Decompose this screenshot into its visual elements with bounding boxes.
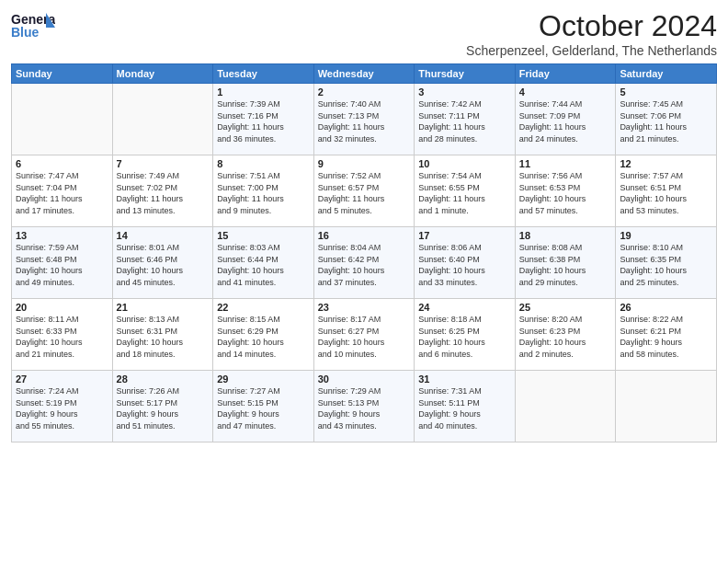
day-of-week-header: Sunday	[12, 64, 113, 84]
calendar-cell: 27Sunrise: 7:24 AM Sunset: 5:19 PM Dayli…	[12, 371, 113, 442]
day-number: 23	[318, 302, 411, 313]
calendar-cell: 5Sunrise: 7:45 AM Sunset: 7:06 PM Daylig…	[616, 84, 717, 155]
calendar-cell: 28Sunrise: 7:26 AM Sunset: 5:17 PM Dayli…	[112, 371, 213, 442]
calendar-cell: 4Sunrise: 7:44 AM Sunset: 7:09 PM Daylig…	[515, 84, 616, 155]
day-of-week-header: Tuesday	[213, 64, 314, 84]
day-info: Sunrise: 8:17 AM Sunset: 6:27 PM Dayligh…	[318, 314, 411, 360]
day-info: Sunrise: 7:49 AM Sunset: 7:02 PM Dayligh…	[117, 170, 210, 216]
day-number: 31	[418, 373, 511, 385]
day-info: Sunrise: 8:18 AM Sunset: 6:25 PM Dayligh…	[418, 314, 511, 360]
day-info: Sunrise: 7:39 AM Sunset: 7:16 PM Dayligh…	[217, 98, 310, 144]
calendar-cell: 13Sunrise: 7:59 AM Sunset: 6:48 PM Dayli…	[12, 227, 113, 299]
svg-text:Blue: Blue	[11, 25, 40, 40]
calendar-cell: 15Sunrise: 8:03 AM Sunset: 6:44 PM Dayli…	[213, 227, 314, 299]
day-info: Sunrise: 7:52 AM Sunset: 6:57 PM Dayligh…	[318, 170, 411, 216]
calendar-cell: 10Sunrise: 7:54 AM Sunset: 6:55 PM Dayli…	[415, 155, 516, 227]
calendar-cell	[616, 371, 717, 442]
day-number: 8	[217, 158, 310, 169]
day-number: 7	[117, 158, 210, 169]
day-number: 14	[117, 230, 210, 241]
calendar-cell: 12Sunrise: 7:57 AM Sunset: 6:51 PM Dayli…	[616, 155, 717, 227]
days-of-week-row: SundayMondayTuesdayWednesdayThursdayFrid…	[12, 64, 717, 84]
day-info: Sunrise: 7:44 AM Sunset: 7:09 PM Dayligh…	[519, 98, 612, 144]
day-info: Sunrise: 7:24 AM Sunset: 5:19 PM Dayligh…	[16, 385, 108, 431]
day-of-week-header: Monday	[112, 64, 213, 84]
day-info: Sunrise: 7:26 AM Sunset: 5:17 PM Dayligh…	[117, 385, 210, 431]
day-info: Sunrise: 8:01 AM Sunset: 6:46 PM Dayligh…	[117, 242, 210, 288]
calendar-page: General Blue October 2024 Scherpenzeel, …	[0, 0, 728, 563]
day-info: Sunrise: 7:47 AM Sunset: 7:04 PM Dayligh…	[16, 170, 108, 216]
day-info: Sunrise: 8:20 AM Sunset: 6:23 PM Dayligh…	[519, 314, 612, 360]
calendar-cell: 11Sunrise: 7:56 AM Sunset: 6:53 PM Dayli…	[515, 155, 616, 227]
calendar-cell: 18Sunrise: 8:08 AM Sunset: 6:38 PM Dayli…	[515, 227, 616, 299]
day-number: 16	[318, 230, 411, 241]
calendar-week-row: 20Sunrise: 8:11 AM Sunset: 6:33 PM Dayli…	[12, 299, 717, 371]
day-info: Sunrise: 7:40 AM Sunset: 7:13 PM Dayligh…	[318, 98, 411, 144]
calendar-cell: 31Sunrise: 7:31 AM Sunset: 5:11 PM Dayli…	[415, 371, 516, 442]
day-number: 10	[418, 158, 511, 169]
day-number: 21	[117, 302, 210, 313]
day-info: Sunrise: 8:11 AM Sunset: 6:33 PM Dayligh…	[16, 314, 108, 360]
day-info: Sunrise: 8:08 AM Sunset: 6:38 PM Dayligh…	[519, 242, 612, 288]
day-of-week-header: Thursday	[415, 64, 516, 84]
day-info: Sunrise: 7:57 AM Sunset: 6:51 PM Dayligh…	[620, 170, 712, 216]
calendar-table: SundayMondayTuesdayWednesdayThursdayFrid…	[11, 63, 717, 442]
day-number: 28	[117, 373, 210, 385]
day-info: Sunrise: 7:51 AM Sunset: 7:00 PM Dayligh…	[217, 170, 310, 216]
day-number: 20	[16, 302, 108, 313]
calendar-cell: 1Sunrise: 7:39 AM Sunset: 7:16 PM Daylig…	[213, 84, 314, 155]
day-number: 24	[418, 302, 511, 313]
day-number: 19	[620, 230, 712, 241]
calendar-cell: 16Sunrise: 8:04 AM Sunset: 6:42 PM Dayli…	[313, 227, 415, 299]
calendar-body: 1Sunrise: 7:39 AM Sunset: 7:16 PM Daylig…	[12, 84, 717, 442]
day-number: 13	[16, 230, 108, 241]
logo-icon: General Blue	[11, 9, 55, 42]
calendar-cell: 14Sunrise: 8:01 AM Sunset: 6:46 PM Dayli…	[112, 227, 213, 299]
calendar-cell: 25Sunrise: 8:20 AM Sunset: 6:23 PM Dayli…	[515, 299, 616, 371]
calendar-cell: 21Sunrise: 8:13 AM Sunset: 6:31 PM Dayli…	[112, 299, 213, 371]
location-subtitle: Scherpenzeel, Gelderland, The Netherland…	[466, 43, 717, 58]
day-info: Sunrise: 8:10 AM Sunset: 6:35 PM Dayligh…	[620, 242, 712, 288]
calendar-cell: 19Sunrise: 8:10 AM Sunset: 6:35 PM Dayli…	[616, 227, 717, 299]
calendar-cell: 17Sunrise: 8:06 AM Sunset: 6:40 PM Dayli…	[415, 227, 516, 299]
calendar-cell: 24Sunrise: 8:18 AM Sunset: 6:25 PM Dayli…	[415, 299, 516, 371]
day-number: 29	[217, 373, 310, 385]
day-number: 2	[318, 86, 411, 98]
calendar-cell: 20Sunrise: 8:11 AM Sunset: 6:33 PM Dayli…	[12, 299, 113, 371]
day-number: 6	[16, 158, 108, 169]
day-number: 11	[519, 158, 612, 169]
day-number: 12	[620, 158, 712, 169]
day-number: 4	[519, 86, 612, 98]
day-info: Sunrise: 8:15 AM Sunset: 6:29 PM Dayligh…	[217, 314, 310, 360]
day-number: 15	[217, 230, 310, 241]
calendar-cell: 26Sunrise: 8:22 AM Sunset: 6:21 PM Dayli…	[616, 299, 717, 371]
day-number: 17	[418, 230, 511, 241]
day-of-week-header: Saturday	[616, 64, 717, 84]
calendar-cell: 22Sunrise: 8:15 AM Sunset: 6:29 PM Dayli…	[213, 299, 314, 371]
day-info: Sunrise: 8:03 AM Sunset: 6:44 PM Dayligh…	[217, 242, 310, 288]
day-info: Sunrise: 7:56 AM Sunset: 6:53 PM Dayligh…	[519, 170, 612, 216]
day-info: Sunrise: 7:54 AM Sunset: 6:55 PM Dayligh…	[418, 170, 511, 216]
logo: General Blue	[11, 9, 55, 42]
calendar-cell: 2Sunrise: 7:40 AM Sunset: 7:13 PM Daylig…	[313, 84, 415, 155]
calendar-week-row: 6Sunrise: 7:47 AM Sunset: 7:04 PM Daylig…	[12, 155, 717, 227]
day-info: Sunrise: 8:04 AM Sunset: 6:42 PM Dayligh…	[318, 242, 411, 288]
calendar-cell	[12, 84, 113, 155]
day-info: Sunrise: 8:22 AM Sunset: 6:21 PM Dayligh…	[620, 314, 712, 360]
day-info: Sunrise: 7:45 AM Sunset: 7:06 PM Dayligh…	[620, 98, 712, 144]
day-number: 22	[217, 302, 310, 313]
calendar-cell: 23Sunrise: 8:17 AM Sunset: 6:27 PM Dayli…	[313, 299, 415, 371]
day-number: 18	[519, 230, 612, 241]
header: General Blue October 2024 Scherpenzeel, …	[11, 9, 717, 58]
day-info: Sunrise: 7:27 AM Sunset: 5:15 PM Dayligh…	[217, 385, 310, 431]
day-info: Sunrise: 8:06 AM Sunset: 6:40 PM Dayligh…	[418, 242, 511, 288]
calendar-cell: 7Sunrise: 7:49 AM Sunset: 7:02 PM Daylig…	[112, 155, 213, 227]
day-number: 1	[217, 86, 310, 98]
calendar-cell: 29Sunrise: 7:27 AM Sunset: 5:15 PM Dayli…	[213, 371, 314, 442]
day-number: 5	[620, 86, 712, 98]
day-number: 30	[318, 373, 411, 385]
calendar-header: SundayMondayTuesdayWednesdayThursdayFrid…	[12, 64, 717, 84]
day-info: Sunrise: 7:42 AM Sunset: 7:11 PM Dayligh…	[418, 98, 511, 144]
calendar-cell	[515, 371, 616, 442]
day-number: 3	[418, 86, 511, 98]
